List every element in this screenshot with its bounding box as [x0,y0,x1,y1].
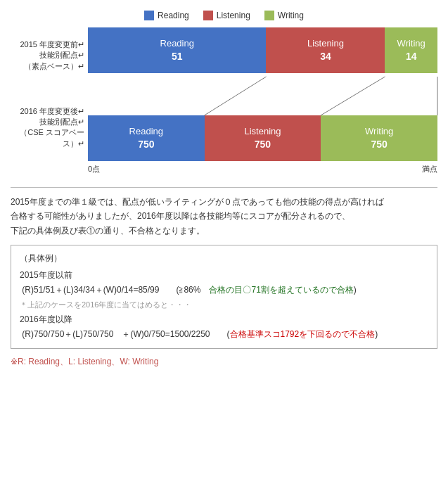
bar-reading-2015-label: Reading [160,38,194,50]
bar-row-2016: Reading 750 Listening 750 Writing 750 [88,115,437,161]
bar-reading-2015-value: 51 [172,50,183,63]
year-2016-label: 2016年度以降 [20,312,428,328]
legend-listening: Listening [203,11,250,20]
label-row2-line2: 技能別配点↵ [39,117,84,126]
chart-body: 2015 年度変更前↵ 技能別配点↵ （素点ベース）↵ 2016 年度変更後↵ … [11,27,437,161]
label-row2-line1: 2016 年度変更後↵ [20,107,84,115]
year-2015-calc: (R)51/51＋(L)34/34＋(W)0/14=85/99 (≧86% 合格… [20,283,428,298]
description: 2015年度までの準１級では、配点が低いライティングが０点であっても他の技能の得… [11,195,437,238]
x-axis: 0点 満点 [88,164,437,174]
bar-reading-2016-value: 750 [138,138,154,151]
label-row1-line1: 2015 年度変更前↵ [20,40,84,49]
bar-listening-2016: Listening 750 [205,115,321,161]
bar-reading-2015: Reading 51 [88,27,266,73]
connector-lines [88,77,437,115]
label-row2-line3: （CSE スコアベース）↵ [20,128,84,147]
axis-right: 満点 [422,164,437,174]
example-box: （具体例） 2015年度以前 (R)51/51＋(L)34/34＋(W)0/14… [11,245,437,349]
svg-line-0 [205,77,267,115]
chart-y-labels: 2015 年度変更前↵ 技能別配点↵ （素点ベース）↵ 2016 年度変更後↵ … [11,27,88,161]
bar-listening-2016-label: Listening [244,126,281,138]
chart-legend: Reading Listening Writing [11,11,437,20]
bar-listening-2015-label: Listening [307,38,344,50]
legend-writing-label: Writing [278,11,304,20]
reading-swatch [144,11,154,20]
year-2016-calc: (R)750/750＋(L)750/750 ＋(W)0/750=1500/225… [20,327,428,343]
footnote: ※R: Reading、L: Listening、W: Writing [11,356,437,368]
bar-writing-2016: Writing 750 [321,115,437,161]
axis-left: 0点 [88,164,100,174]
bar-writing-2015: Writing 14 [385,27,437,73]
example-title: （具体例） [20,251,428,267]
label-row1: 2015 年度変更前↵ 技能別配点↵ （素点ベース）↵ [11,39,84,72]
bars-wrapper: Reading 51 Listening 34 Writing 14 [88,27,437,161]
bar-writing-2015-label: Writing [397,38,425,50]
label-row1-line2: 技能別配点↵ [39,51,84,59]
note-line: ＊上記のケースを2016年度に当てはめると・・・ [20,298,428,312]
legend-writing: Writing [264,11,304,20]
bar-reading-2016-label: Reading [129,126,163,138]
bar-listening-2016-value: 750 [255,138,271,151]
listening-swatch [203,11,213,20]
bar-writing-2016-value: 750 [371,138,387,151]
bar-listening-2015: Listening 34 [266,27,385,73]
bar-writing-2015-value: 14 [406,50,417,63]
chart-container: Reading Listening Writing 2015 年度変更前↵ 技能… [11,7,437,181]
writing-swatch [264,11,274,20]
bar-writing-2016-label: Writing [365,126,393,138]
legend-listening-label: Listening [217,11,250,20]
description-text: 2015年度までの準１級では、配点が低いライティングが０点であっても他の技能の得… [11,195,437,238]
divider [11,187,437,188]
year-2015-label: 2015年度以前 [20,268,428,283]
label-row1-line3: （素点ベース）↵ [24,62,84,70]
bar-reading-2016: Reading 750 [88,115,205,161]
legend-reading: Reading [144,11,189,20]
legend-reading-label: Reading [158,11,189,20]
bar-listening-2015-value: 34 [320,50,331,63]
label-row2: 2016 年度変更後↵ 技能別配点↵ （CSE スコアベース）↵ [11,106,84,150]
svg-line-1 [321,77,385,115]
bar-row-2015: Reading 51 Listening 34 Writing 14 [88,27,437,73]
